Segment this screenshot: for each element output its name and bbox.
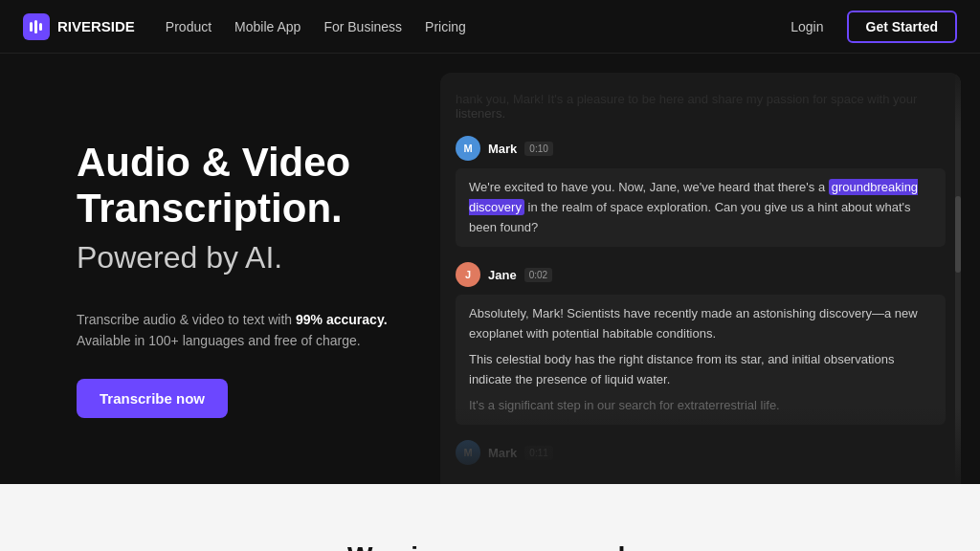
- login-button[interactable]: Login: [779, 13, 835, 40]
- bubble-jane: Absolutely, Mark! Scientists have recent…: [456, 295, 946, 425]
- jane-para-2: This celestial body has the right distan…: [469, 350, 932, 390]
- jane-para-3: It's a significant step in our search fo…: [469, 396, 932, 416]
- hero-title: Audio & Video Transcription. Powered by …: [77, 140, 394, 278]
- nav-left: RIVERSIDE Product Mobile App For Busines…: [23, 13, 466, 40]
- navbar: RIVERSIDE Product Mobile App For Busines…: [0, 0, 980, 54]
- nav-link-business[interactable]: For Business: [323, 19, 402, 34]
- scrollbar-thumb[interactable]: [955, 196, 961, 273]
- transcribe-now-button[interactable]: Transcribe now: [77, 379, 228, 418]
- nav-links: Product Mobile App For Business Pricing: [166, 19, 466, 34]
- transcript-msg-mark-bottom: M Mark 0:11: [456, 440, 946, 469]
- timestamp-mark: 0:10: [524, 142, 552, 156]
- hero-desc: Transcribe audio & video to text with 99…: [77, 309, 394, 352]
- jane-para-1: Absolutely, Mark! Scientists have recent…: [469, 304, 932, 344]
- avatar-mark: M: [456, 136, 480, 161]
- hero-desc-text: Transcribe audio & video to text with: [77, 312, 296, 327]
- hero-desc-bold: 99% accuracy.: [296, 312, 387, 327]
- msg-header-jane: J Jane 0:02: [456, 262, 946, 287]
- hero-title-line2: Transcription.: [77, 186, 343, 231]
- avatar-jane: J: [456, 262, 480, 287]
- logo[interactable]: RIVERSIDE: [23, 13, 135, 40]
- transcript-msg-faded: hank you, Mark! It's a pleasure to be he…: [456, 88, 946, 121]
- hero-section: Audio & Video Transcription. Powered by …: [0, 54, 980, 484]
- avatar-mark-bottom: M: [456, 440, 480, 465]
- nav-link-pricing[interactable]: Pricing: [425, 19, 466, 34]
- logo-icon: [23, 13, 50, 40]
- hero-title-line1: Audio & Video: [77, 140, 350, 185]
- transcript-panel: hank you, Mark! It's a pleasure to be he…: [440, 73, 961, 484]
- bubble-mark: We're excited to have you. Now, Jane, we…: [456, 168, 946, 247]
- transcript-msg-mark: M Mark 0:10 We're excited to have you. N…: [456, 136, 946, 247]
- hero-subtitle: Powered by AI.: [77, 240, 282, 275]
- speaker-mark-bottom: Mark: [488, 446, 517, 460]
- nav-link-mobile[interactable]: Mobile App: [234, 19, 301, 34]
- promise-section: We give you our word. Feel free to use o…: [0, 484, 980, 551]
- scrollbar-track[interactable]: [955, 73, 961, 484]
- nav-link-product[interactable]: Product: [166, 19, 212, 34]
- svg-rect-0: [30, 22, 33, 32]
- msg-header-mark-bottom: M Mark 0:11: [456, 440, 946, 465]
- transcript-msg-jane: J Jane 0:02 Absolutely, Mark! Scientists…: [456, 262, 946, 425]
- transcript-content: hank you, Mark! It's a pleasure to be he…: [440, 73, 961, 484]
- logo-text: RIVERSIDE: [57, 18, 135, 34]
- timestamp-mark-bottom: 0:11: [524, 446, 552, 460]
- hero-desc-end: Available in 100+ languages and free of …: [77, 333, 361, 348]
- hero-left: Audio & Video Transcription. Powered by …: [0, 54, 440, 484]
- speaker-mark: Mark: [488, 142, 517, 156]
- promise-title: We give you our word.: [23, 541, 957, 551]
- timestamp-jane: 0:02: [524, 268, 552, 282]
- svg-rect-2: [39, 23, 42, 31]
- nav-right: Login Get Started: [779, 11, 957, 43]
- speaker-jane: Jane: [488, 268, 517, 282]
- faded-text: hank you, Mark! It's a pleasure to be he…: [456, 92, 946, 121]
- msg-header-mark: M Mark 0:10: [456, 136, 946, 161]
- highlight-text: groundbreaking discovery: [469, 179, 918, 215]
- svg-rect-1: [34, 20, 37, 33]
- get-started-button[interactable]: Get Started: [847, 11, 957, 43]
